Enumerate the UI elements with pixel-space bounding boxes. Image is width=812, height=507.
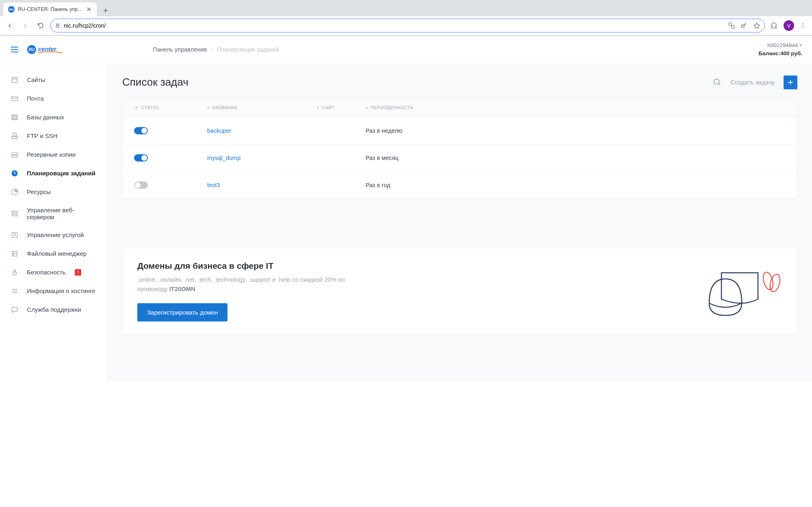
svg-rect-15 xyxy=(12,136,18,138)
menu-icon[interactable] xyxy=(800,22,806,29)
column-name[interactable]: ▾НАЗВАНИЕ xyxy=(207,105,317,110)
column-status[interactable]: ▼СТАТУС xyxy=(134,105,207,110)
info-icon xyxy=(11,287,19,295)
browser-toolbar: V xyxy=(0,16,812,35)
breadcrumb-current: Планировщик заданий xyxy=(217,46,279,53)
balance-value: 400 руб. xyxy=(780,50,802,56)
close-icon[interactable] xyxy=(86,6,92,12)
extensions-area: V xyxy=(769,20,808,31)
task-name-link[interactable]: test3 xyxy=(207,182,220,188)
sidebar-item-label: Управление веб-сервером xyxy=(27,207,97,220)
url-input[interactable] xyxy=(64,22,725,29)
sites-icon xyxy=(11,76,19,84)
task-name-link[interactable]: mysql_dump xyxy=(207,155,240,161)
svg-rect-3 xyxy=(729,23,732,26)
sidebar-item-label: Служба поддержки xyxy=(27,306,81,313)
svg-rect-18 xyxy=(12,155,17,157)
browser-tab[interactable]: RU RU-CENTER: Панель управле xyxy=(3,2,97,16)
column-frequency[interactable]: ▾ПЕРИОДИЧНОСТЬ xyxy=(366,105,786,110)
service-icon xyxy=(11,231,19,239)
security-icon xyxy=(11,268,19,276)
sidebar-item-backup[interactable]: Резервные копии xyxy=(0,145,107,164)
table-row[interactable]: mysql_dump Раз в месяц xyxy=(123,145,797,172)
extensions-icon[interactable] xyxy=(771,22,778,29)
sort-icon: ▾ xyxy=(366,105,368,110)
new-tab-button[interactable] xyxy=(100,5,111,16)
sidebar-item-sites[interactable]: Сайты xyxy=(0,71,107,89)
balance-label: Баланс: xyxy=(759,50,780,56)
mail-icon xyxy=(11,95,19,103)
favicon-icon: RU xyxy=(8,6,15,13)
status-toggle[interactable] xyxy=(134,127,148,134)
account-id: h002294944 xyxy=(767,42,798,48)
status-toggle[interactable] xyxy=(134,154,148,162)
reload-button[interactable] xyxy=(35,20,46,31)
svg-rect-22 xyxy=(12,214,17,216)
page-title: Список задач xyxy=(122,76,188,88)
svg-point-7 xyxy=(803,25,803,26)
add-task-button[interactable] xyxy=(784,76,797,89)
register-domain-button[interactable]: Зарегистрировать домен xyxy=(137,303,227,321)
sidebar: СайтыПочтаБазы данныхFTP и SSHРезервные … xyxy=(0,64,108,381)
table-row[interactable]: backuper Раз в неделю xyxy=(123,117,797,145)
sidebar-item-mail[interactable]: Почта xyxy=(0,89,107,108)
star-icon[interactable] xyxy=(753,22,760,29)
backup-icon xyxy=(11,151,19,159)
sidebar-item-ftp[interactable]: FTP и SSH xyxy=(0,127,107,145)
promo-title: Домены для бизнеса в сфере IT xyxy=(137,261,365,271)
brand-logo[interactable]: RU center xyxy=(27,43,64,56)
svg-rect-28 xyxy=(12,307,17,311)
back-button[interactable] xyxy=(4,20,15,31)
column-site[interactable]: ▾САЙТ xyxy=(317,105,366,110)
breadcrumb-root[interactable]: Панель управления xyxy=(153,46,207,53)
sidebar-item-resources[interactable]: Ресурсы xyxy=(0,183,107,201)
browser-chrome: RU RU-CENTER: Панель управле xyxy=(0,0,812,36)
sidebar-item-service[interactable]: Управление услугой xyxy=(0,226,107,244)
sidebar-item-label: Ресурсы xyxy=(27,188,51,195)
profile-avatar[interactable]: V xyxy=(784,20,794,31)
hamburger-icon[interactable] xyxy=(10,45,19,54)
svg-point-5 xyxy=(741,25,744,28)
sidebar-item-label: FTP и SSH xyxy=(27,132,58,139)
breadcrumb: Панель управления › Планировщик заданий xyxy=(153,46,279,53)
svg-text:center: center xyxy=(38,45,57,52)
chevron-down-icon: ▾ xyxy=(799,42,802,48)
sidebar-item-label: Базы данных xyxy=(27,114,64,121)
sidebar-item-security[interactable]: Безопасность! xyxy=(0,263,107,282)
sidebar-item-label: Информация о хостинге xyxy=(27,287,95,294)
svg-text:RU: RU xyxy=(9,8,14,11)
sidebar-item-db[interactable]: Базы данных xyxy=(0,108,107,127)
forward-button[interactable] xyxy=(19,20,31,31)
address-bar[interactable] xyxy=(50,19,765,32)
resources-icon xyxy=(11,188,19,196)
sidebar-item-label: Сайты xyxy=(27,76,45,83)
svg-point-29 xyxy=(714,79,719,84)
svg-point-23 xyxy=(13,211,14,212)
table-row[interactable]: test3 Раз в год xyxy=(123,172,797,198)
sidebar-item-support[interactable]: Служба поддержки xyxy=(0,300,107,319)
promo-description: .online, .онлайн, .net, .tech, .technolo… xyxy=(137,275,365,294)
sidebar-item-label: Почта xyxy=(27,95,44,102)
svg-rect-12 xyxy=(12,78,17,82)
sidebar-item-info[interactable]: Информация о хостинге xyxy=(0,282,107,300)
tab-title: RU-CENTER: Панель управле xyxy=(18,6,83,12)
lock-icon xyxy=(55,23,61,28)
sort-icon: ▾ xyxy=(207,105,210,110)
search-icon[interactable] xyxy=(713,78,722,87)
sidebar-item-files[interactable]: Файловый менеджер xyxy=(0,244,107,263)
key-icon[interactable] xyxy=(740,22,748,30)
task-frequency: Раз в год xyxy=(366,182,390,188)
account-block[interactable]: h002294944 ▾ Баланс:400 руб. xyxy=(759,41,802,58)
omnibox-right-icons xyxy=(728,22,760,30)
sidebar-item-server[interactable]: Управление веб-сервером xyxy=(0,201,107,226)
svg-point-30 xyxy=(762,271,775,291)
task-name-link[interactable]: backuper xyxy=(207,127,232,134)
create-task-label: Создать задачу xyxy=(731,79,775,86)
sort-icon: ▾ xyxy=(317,105,320,110)
sidebar-item-clock[interactable]: Планировщик заданий xyxy=(0,164,107,183)
translate-icon[interactable] xyxy=(728,22,735,29)
alert-badge: ! xyxy=(75,269,81,276)
svg-rect-21 xyxy=(12,211,17,213)
svg-rect-2 xyxy=(56,25,59,27)
status-toggle[interactable] xyxy=(134,181,148,189)
